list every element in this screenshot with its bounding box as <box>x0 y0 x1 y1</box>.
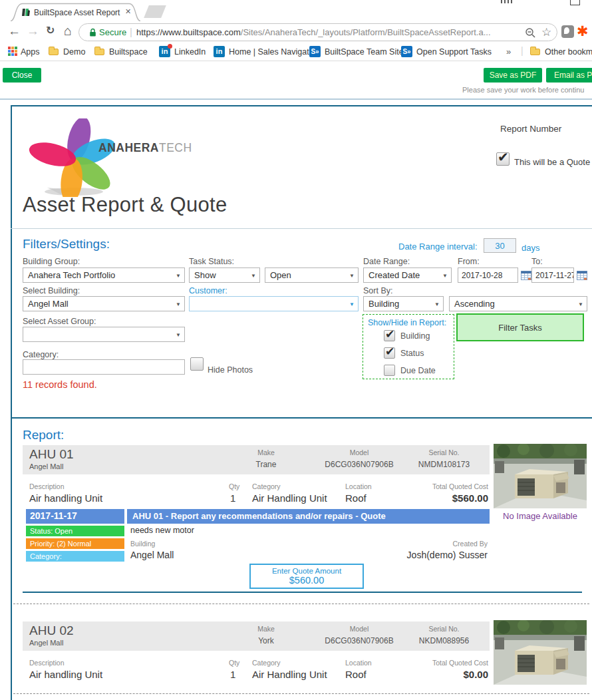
email-as-pdf-button[interactable]: Email as PDF <box>546 68 592 83</box>
calendar-icon[interactable] <box>521 270 531 280</box>
task-status-select[interactable]: Open <box>265 267 359 283</box>
bookmark-linkedin[interactable]: LinkedIn <box>174 47 206 57</box>
bookmark-team-site[interactable]: BuiltSpace Team Site <box>325 47 404 57</box>
extension-icon-gray[interactable] <box>561 25 574 38</box>
select-building-label: Select Building: <box>23 286 80 295</box>
category-column-label: Category <box>252 659 281 667</box>
date-range-select[interactable]: Created Date <box>363 267 452 283</box>
save-work-notice: Please save your work before continu <box>462 86 584 94</box>
bookmark-apps[interactable]: Apps <box>21 47 40 57</box>
bookmark-sales-navigator[interactable]: Home | Sales Navigat <box>229 47 309 57</box>
asset-model: D6CG036N07906B <box>319 460 399 469</box>
dashed-separator <box>13 693 589 694</box>
records-found: 11 records found. <box>23 379 97 390</box>
bookmark-other[interactable]: Other bookmarks <box>545 47 592 57</box>
filter-tasks-button[interactable]: Filter Tasks <box>456 313 584 341</box>
category-label: Category: <box>23 350 59 359</box>
show-hide-label: Show/Hide in Report: <box>368 318 446 327</box>
sort-by-field-select[interactable]: Building <box>363 296 444 311</box>
task-status-chip: Status: Open <box>26 526 124 536</box>
asset-photo <box>493 620 587 685</box>
asset-qty: 1 <box>230 669 235 680</box>
to-date-input[interactable]: 2017-11-27 <box>531 267 574 283</box>
category-input[interactable] <box>23 359 185 375</box>
anahera-logo <box>24 118 124 197</box>
show-due-date-checkbox[interactable] <box>384 365 395 376</box>
make-column-label: Make <box>239 625 293 633</box>
sort-by-label: Sort By: <box>363 286 392 295</box>
category-column-label: Category <box>252 482 281 490</box>
description-label: Description <box>29 482 65 490</box>
zapier-extension-icon[interactable]: ✱ <box>577 23 589 39</box>
select-building-select[interactable]: Angel Mall <box>23 296 185 311</box>
asset-serial: NKDM088956 <box>406 636 482 645</box>
quote-checkbox[interactable] <box>496 152 510 166</box>
url-text[interactable]: https://www.builtspace.com/Sites/Anahera… <box>136 27 521 37</box>
bookmark-star-icon[interactable]: ☆ <box>541 25 551 39</box>
brand-name: ANAHERATECH <box>98 141 192 155</box>
qty-label: Qty <box>229 482 239 490</box>
browser-window: BuiltSpace Asset Report ✕ ← → ↻ ⌂ Secure… <box>0 0 592 700</box>
created-by-label: Created By <box>333 540 488 548</box>
bookmarks-bar-divider <box>0 61 592 61</box>
task-note: needs new motor <box>130 526 194 535</box>
asset-name: AHU 01 <box>29 447 74 462</box>
bookmarks-overflow-chevron[interactable]: » <box>506 47 511 57</box>
refresh-icon[interactable]: ↻ <box>46 25 55 36</box>
filters-heading: Filters/Settings: <box>23 237 110 252</box>
date-range-label: Date Range: <box>363 257 410 266</box>
show-building-checkbox[interactable] <box>384 330 395 341</box>
asset-building: Angel Mall <box>29 639 63 647</box>
asset-category: Air Handling Unit <box>252 492 327 504</box>
quote-amount-value[interactable]: $560.00 <box>251 575 363 586</box>
close-button[interactable]: Close <box>3 68 41 83</box>
bookmark-builtspace[interactable]: Builtspace <box>109 47 148 57</box>
address-bar[interactable]: Secure | https://www.builtspace.com/Site… <box>78 23 557 41</box>
asset-make: York <box>239 636 293 645</box>
customer-select[interactable] <box>189 296 359 311</box>
brand-bold: ANAHERA <box>98 141 159 154</box>
task-date-chip: 2017-11-17 <box>26 509 124 524</box>
hide-photos-checkbox[interactable] <box>190 357 204 371</box>
asset-serial: NMDM108173 <box>406 460 482 469</box>
show-hide-box: Show/Hide in Report: Building Status Due… <box>363 314 454 379</box>
make-column-label: Make <box>239 448 293 456</box>
apps-grid-icon[interactable] <box>8 47 17 56</box>
show-due-date-label: Due Date <box>400 366 436 375</box>
asset-description: Air handling Unit <box>29 669 102 680</box>
asset-location: Roof <box>345 492 367 504</box>
customer-label: Customer: <box>189 286 227 295</box>
task-priority-chip: Priority: (2) Normal <box>26 538 124 549</box>
interval-input[interactable]: 30 <box>484 238 516 253</box>
lock-icon <box>89 28 96 37</box>
total-label: Total Quoted Cost <box>366 482 488 490</box>
bookmark-demo[interactable]: Demo <box>63 47 85 57</box>
building-group-select[interactable]: Anahera Tech Portfolio <box>23 267 185 283</box>
report-heading: Report: <box>23 428 64 442</box>
url-path: /Sites/AnaheraTech/_layouts/Platform/Bui… <box>241 27 491 37</box>
show-status-checkbox[interactable] <box>384 347 395 359</box>
home-icon[interactable]: ⌂ <box>64 24 72 37</box>
quote-amount-label: Enter Quote Amount <box>251 567 363 575</box>
forward-icon[interactable]: → <box>27 25 39 37</box>
description-label: Description <box>29 659 65 667</box>
bookmark-support-tasks[interactable]: Open Support Tasks <box>416 47 492 57</box>
asset-qty: 1 <box>230 492 235 504</box>
new-tab-button[interactable] <box>144 5 166 18</box>
select-asset-group-select[interactable] <box>23 327 185 342</box>
asset-model: D6CG036N07906B <box>319 636 399 645</box>
asset-name: AHU 02 <box>29 623 74 638</box>
task-status-show-select[interactable]: Show <box>189 267 260 283</box>
save-as-pdf-button[interactable]: Save as PDF <box>484 68 542 83</box>
select-asset-group-label: Select Asset Group: <box>23 317 96 326</box>
builtspace-favicon <box>21 7 31 17</box>
calendar-icon[interactable] <box>577 270 587 280</box>
tab-close-icon[interactable]: ✕ <box>125 7 131 16</box>
sort-by-direction-select[interactable]: Ascending <box>449 296 587 311</box>
zoom-out-icon[interactable] <box>525 27 536 39</box>
back-icon[interactable]: ← <box>8 25 21 37</box>
asset-make: Trane <box>239 460 293 469</box>
asset-photo <box>493 444 587 508</box>
quote-amount-box[interactable]: Enter Quote Amount $560.00 <box>249 564 364 589</box>
from-date-input[interactable]: 2017-10-28 <box>458 267 518 283</box>
